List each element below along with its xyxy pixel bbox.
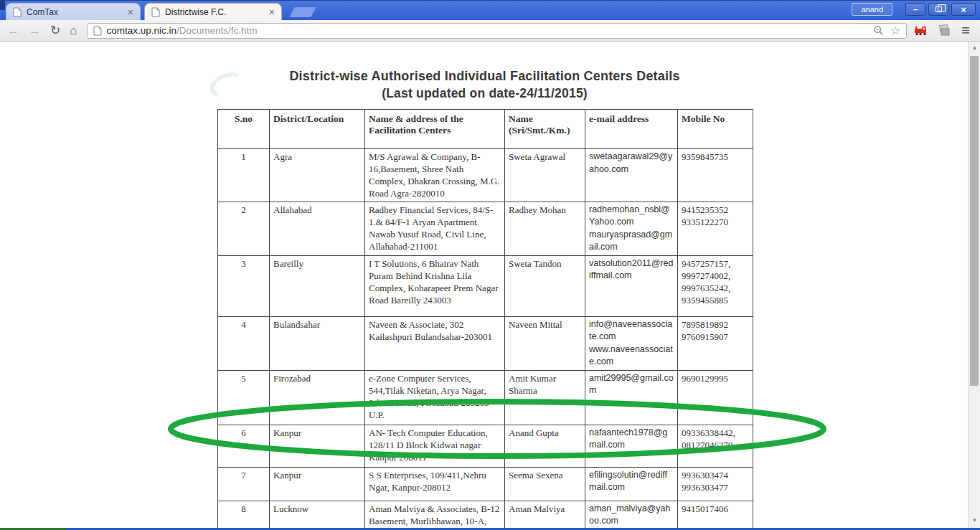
restore-button[interactable] [928,3,948,16]
minimize-button[interactable]: – [905,3,925,16]
header-email: e-mail address [585,110,678,149]
tab-close-icon[interactable]: × [269,7,275,17]
profile-name-button[interactable]: anand [852,3,892,16]
tab-comtax[interactable]: ComTax × [6,3,141,21]
cell-sno: 1 [218,149,270,202]
cell-sno: 2 [218,202,270,255]
cell-name: Sweta Agrawal [505,149,585,202]
page-icon [13,7,22,17]
scrollbar-thumb[interactable] [970,56,979,386]
url-domain: comtax.up.nic.in [107,25,177,36]
title-line-1: District-wise Authorised Individual Faci… [189,69,781,84]
tab-districtwise-fc[interactable]: Districtwise F.C. × [144,3,282,21]
cell-district: Bulandsahar [270,316,365,370]
title-line-2: (Last updated on date-24/11/2015) [189,86,781,101]
table-row: 4 Bulandsahar Naveen & Associate, 302 Ka… [218,316,753,370]
table-row: 1 Agra M/S Agrawal & Company, B-16,Basem… [218,149,753,202]
cell-mobile: 9415017406 [678,501,753,530]
tab-title: Districtwise F.C. [165,7,226,17]
cell-mobile: 7895819892 9760915907 [678,316,753,370]
cell-email: swetaagarawal29@yahoo.com [585,149,678,202]
cell-district: Allahabad [270,202,365,255]
window-corner [0,1,5,10]
titlebar-controls: anand – × [852,3,976,16]
cell-email: efilingsolutin@rediffmail.com [585,467,678,501]
cell-address: Naveen & Associate, 302 Kailashpuri Bula… [365,316,505,370]
url-text: comtax.up.nic.in/Documents/fc.htm [107,25,258,36]
url-path: /Documents/fc.htm [176,25,258,36]
cell-mobile: 9936303474 9936303477 [678,467,753,501]
page-icon [93,26,102,36]
cell-mobile: 9359845735 [678,149,753,202]
scroll-down-icon[interactable]: ▼ [969,515,980,526]
cell-address: M/S Agrawal & Company, B-16,Basement, Sh… [365,149,505,202]
scroll-up-icon[interactable]: ▲ [969,42,980,54]
page-icon [151,7,160,17]
cell-email: vatsolution2011@rediffmail.com [585,255,678,316]
address-bar[interactable]: comtax.up.nic.in/Documents/fc.htm ☆ [87,23,908,39]
cell-mobile: 9457257157, 9997274002, 9997635242, 9359… [678,255,753,316]
back-icon[interactable]: ← [7,24,19,37]
tab-title: ComTax [27,7,58,17]
vertical-scrollbar[interactable]: ▲ ▼ [968,42,980,528]
header-mobile: Mobile No [678,110,753,149]
table-row: 2 Allahabad Radhey Financial Services, 8… [218,202,753,255]
green-circle-annotation [166,398,829,460]
extension-train-icon[interactable] [914,25,928,37]
zoom-icon[interactable] [873,25,884,36]
cell-district: Lucknow [270,501,365,530]
forward-icon[interactable]: → [29,24,41,37]
cell-mobile: 9415235352 9335122270 [678,202,753,255]
tab-close-icon[interactable]: × [128,7,133,17]
header-address: Name & address of the Facilitation Cente… [365,110,505,149]
bookmark-star-icon[interactable]: ☆ [890,24,900,37]
page-viewport: District-wise Authorised Individual Faci… [0,42,980,530]
menu-icon[interactable]: ≡ [961,22,970,39]
cell-sno: 3 [218,255,270,316]
table-header-row: S.no District/Location Name & address of… [218,110,753,149]
new-tab-button[interactable] [289,7,316,17]
reload-icon[interactable]: ↻ [50,24,60,37]
cell-name: Radhey Mohan [505,202,585,255]
cell-address: I T Solutions, 6 Bhairav Nath Puram Behi… [365,255,505,316]
extension-photos-icon[interactable] [937,24,951,37]
cell-sno: 8 [218,501,270,530]
header-district: District/Location [270,110,365,149]
table-row: 8 Lucknow Aman Malviya & Associates, B-1… [218,501,753,530]
cell-name: Aman Malviya [505,501,585,530]
cell-name: Naveen Mittal [505,316,585,370]
cell-address: S S Enterprises, 109/411,Nehru Ngar, Kan… [365,467,505,501]
home-icon[interactable]: ⌂ [70,24,77,37]
cell-sno: 4 [218,316,270,370]
cell-name: Sweta Tandon [505,255,585,316]
browser-window: ComTax × Districtwise F.C. × anand – × ←… [0,0,980,530]
close-button[interactable]: × [951,3,976,16]
cell-district: Kanpur [270,467,365,501]
cell-sno: 7 [218,467,270,501]
cell-district: Bareilly [270,255,365,316]
title-bar: ComTax × Districtwise F.C. × anand – × [0,0,980,20]
cell-email: aman_malviya@yahoo.com amanmalviya@gmail… [585,501,678,530]
table-row: 3 Bareilly I T Solutions, 6 Bhairav Nath… [218,255,753,316]
cell-district: Agra [270,149,365,202]
browser-toolbar: ← → ↻ ⌂ comtax.up.nic.in/Documents/fc.ht… [0,20,980,42]
header-sno: S.no [218,110,270,149]
tab-strip: ComTax × Districtwise F.C. × [6,3,314,21]
document-title: District-wise Authorised Individual Faci… [189,69,781,101]
table-row: 7 Kanpur S S Enterprises, 109/411,Nehru … [218,467,753,501]
cell-address: Radhey Financial Services, 84/S-1.& 84/F… [365,202,505,255]
cell-email: radhemohan_nsbl@Yahoo.com mauryasprasad@… [585,202,678,255]
cell-address: Aman Malviya & Associates, B-12 Basement… [365,501,505,530]
cell-email: info@naveenassociate.com www.naveenassoc… [585,316,678,370]
restore-icon [936,6,942,12]
cell-name: Seema Sexena [505,467,585,501]
header-name: Name (Sri/Smt./Km.) [505,110,585,149]
facilitation-centers-table: S.no District/Location Name & address of… [217,109,753,530]
